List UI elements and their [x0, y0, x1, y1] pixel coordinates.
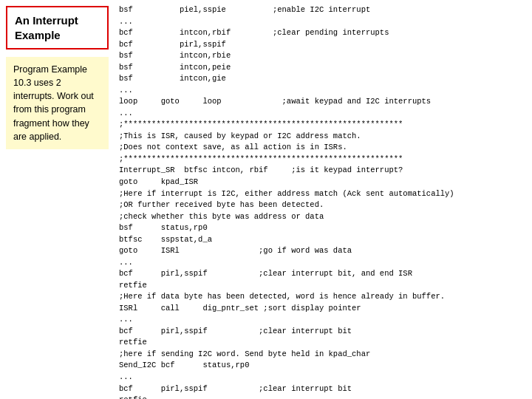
main-content: bsf piel,sspie ;enable I2C interrupt ...… [115, 0, 532, 399]
code-block: bsf piel,sspie ;enable I2C interrupt ...… [119, 4, 525, 399]
title-box: An Interrupt Example [6, 6, 109, 50]
description-box: Program Example 10.3 uses 2 interrupts. … [6, 57, 109, 149]
description-text: Program Example 10.3 uses 2 interrupts. … [13, 64, 94, 142]
sidebar: An Interrupt Example Program Example 10.… [0, 0, 115, 399]
title-text: An Interrupt Example [15, 14, 78, 41]
